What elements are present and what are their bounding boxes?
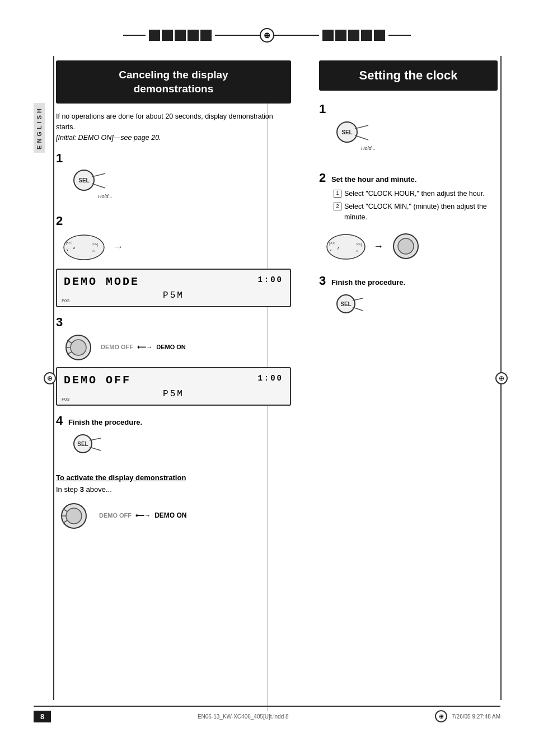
svg-text:Hold...: Hold... xyxy=(361,145,376,151)
top-bar-center-circle: ⊕ xyxy=(260,28,274,43)
svg-line-27 xyxy=(355,125,368,129)
svg-text:∧: ∧ xyxy=(73,246,76,250)
left-title-line2: demonstrations xyxy=(67,82,280,96)
svg-text:|<<: |<< xyxy=(66,241,72,245)
left-step3-label: 3 xyxy=(56,315,63,329)
left-section-header: Canceling the display demonstrations xyxy=(56,60,291,104)
top-bar-right-line xyxy=(274,35,319,36)
bar-square xyxy=(162,30,173,41)
bottom-right: ⊕ 7/26/05 9:27:48 AM xyxy=(435,710,500,722)
right-step2-items: 1 Select "CLOCK HOUR," then adjust the h… xyxy=(334,189,498,222)
right-step1-sel-svg: SEL Hold... xyxy=(330,120,381,158)
activate-title: To activate the display demonstration xyxy=(56,473,291,482)
page-number-box: 8 xyxy=(34,711,51,722)
svg-point-12 xyxy=(71,340,86,355)
left-step1-section: 1 SEL Hold... xyxy=(56,151,291,206)
top-bar-left xyxy=(123,30,260,41)
step4-illustration: SEL xyxy=(67,433,291,462)
activate-step-num: 3 xyxy=(80,485,84,494)
left-step2-section: 2 |<< ∨ ∧ >>| ⌂ → DEMO MODE xyxy=(56,214,291,307)
display1-icon: FO3 xyxy=(62,298,69,303)
step1-illustration: SEL Hold... xyxy=(67,168,291,206)
activate-demo-off: DEMO OFF xyxy=(99,512,132,519)
step2-item2-num: 2 xyxy=(334,203,341,210)
left-column: ENGLISH Canceling the display demonstrat… xyxy=(56,60,302,706)
right-step2-ctrl1-svg: |<< ∨ ∧ >>| ⌂ xyxy=(325,230,367,262)
right-step1-illustration: SEL Hold... xyxy=(330,120,498,159)
bottom-filename: EN06-13_KW-XC406_405[U]t.indd 8 xyxy=(198,713,289,720)
step2-item2-row: 2 Select "CLOCK MIN," (minute) then adju… xyxy=(334,201,498,223)
right-step2-ctrl2-svg xyxy=(390,232,421,261)
display1-sub: P5M xyxy=(64,290,283,300)
right-step2-section: 2 Set the hour and minute. 1 Select "CLO… xyxy=(319,171,498,262)
right-step2-controllers: |<< ∨ ∧ >>| ⌂ → xyxy=(325,230,498,262)
step2-item1-num: 1 xyxy=(334,190,341,198)
step2-item1-text: Select "CLOCK HOUR," then adjust the hou… xyxy=(344,189,485,199)
svg-text:∨: ∨ xyxy=(329,248,332,252)
svg-text:|<<: |<< xyxy=(329,241,335,246)
svg-line-28 xyxy=(355,135,368,140)
svg-text:⌂: ⌂ xyxy=(356,248,358,252)
top-bar: ⊕ xyxy=(0,28,534,43)
bar-square xyxy=(188,30,199,41)
svg-text:SEL: SEL xyxy=(77,441,88,447)
activate-row: DEMO OFF ⟵→ DEMO ON xyxy=(56,499,291,532)
display2-icon: FO3 xyxy=(62,397,69,402)
right-step1-section: 1 SEL Hold... xyxy=(319,102,498,159)
bar-square xyxy=(335,30,346,41)
step3-toggle-text: DEMO OFF ⟵→ DEMO ON xyxy=(101,344,186,351)
right-step3-section: 3 Finish the procedure. SEL xyxy=(319,274,498,322)
svg-text:⌂: ⌂ xyxy=(92,248,95,252)
left-step2-label: 2 xyxy=(56,214,63,228)
bar-square xyxy=(374,30,385,41)
language-label: ENGLISH xyxy=(34,103,45,153)
activate-toggle: DEMO OFF ⟵→ DEMO ON xyxy=(99,511,187,519)
left-step1-label: 1 xyxy=(56,151,63,165)
svg-text:Hold...: Hold... xyxy=(98,194,113,199)
svg-line-41 xyxy=(353,307,363,311)
step3-illustration: DEMO OFF ⟵→ DEMO ON xyxy=(62,332,291,363)
left-step4-section: 4 Finish the procedure. SEL xyxy=(56,414,291,462)
display2-num: 1:00 xyxy=(257,374,283,387)
top-bar-right xyxy=(274,30,411,41)
bottom-section: 8 EN06-13_KW-XC406_405[U]t.indd 8 ⊕ 7/26… xyxy=(34,706,500,722)
right-step1-label: 1 xyxy=(319,102,326,116)
activate-arrow: ⟵→ xyxy=(135,512,151,519)
left-side-circle: ⊕ xyxy=(44,372,56,384)
svg-text:SEL: SEL xyxy=(341,129,352,135)
right-section-header: Setting the clock xyxy=(319,60,498,91)
top-bar-squares-left xyxy=(149,30,212,41)
svg-text:SEL: SEL xyxy=(340,301,351,307)
svg-text:∨: ∨ xyxy=(66,247,69,251)
bar-square xyxy=(175,30,186,41)
display2-main: DEMO OFF xyxy=(64,374,131,387)
intro-body: If no operations are done for about 20 s… xyxy=(56,112,273,131)
svg-line-3 xyxy=(92,184,105,188)
step3-knob-svg xyxy=(62,332,95,363)
bar-square xyxy=(361,30,372,41)
svg-point-30 xyxy=(327,234,365,259)
display2-sub: P5M xyxy=(64,389,283,399)
display1-main: DEMO MODE xyxy=(64,275,139,288)
left-title-line1: Canceling the display xyxy=(67,68,280,82)
activate-subtitle: In step 3 above... xyxy=(56,485,291,494)
activate-sub2: above... xyxy=(86,485,112,494)
main-content: ENGLISH Canceling the display demonstrat… xyxy=(56,60,498,706)
left-step4-text: Finish the procedure. xyxy=(68,418,142,426)
step2-item1-row: 1 Select "CLOCK HOUR," then adjust the h… xyxy=(334,189,498,199)
intro-text: If no operations are done for about 20 s… xyxy=(56,111,291,143)
english-label-wrap: ENGLISH xyxy=(34,72,45,184)
right-column: Setting the clock 1 SEL Hold... 2 Set th… xyxy=(302,60,498,706)
display1-row: DEMO MODE 1:00 xyxy=(64,275,283,288)
right-step3-label: 3 xyxy=(319,274,326,288)
activate-section: To activate the display demonstration In… xyxy=(56,473,291,532)
top-bar-right-line2 xyxy=(388,35,411,36)
display-panel-2: DEMO OFF 1:00 P5M FO3 xyxy=(56,367,291,406)
activate-sub: In step xyxy=(56,485,78,494)
left-step3-section: 3 DEMO OFF ⟵→ DEMO ON xyxy=(56,315,291,406)
step2-controller-svg: |<< ∨ ∧ >>| ⌂ xyxy=(62,231,106,264)
intro-italic: [Initial: DEMO ON]—see page 20. xyxy=(56,134,161,142)
bar-square xyxy=(322,30,334,41)
right-step2-text: Set the hour and minute. xyxy=(331,175,416,184)
bar-square xyxy=(149,30,160,41)
